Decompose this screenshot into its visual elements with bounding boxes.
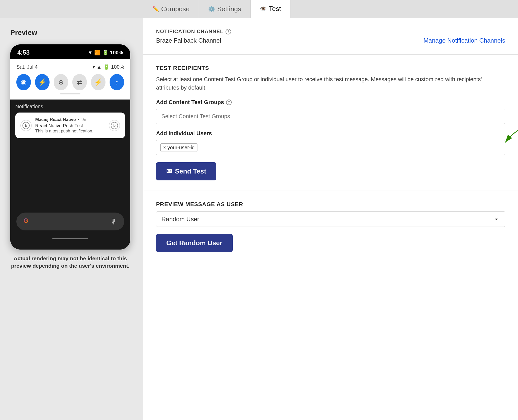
battery-saver-toggle[interactable]: ⚡: [91, 74, 105, 90]
wifi-icon: ▼: [88, 50, 93, 56]
notifications-section: Notifications b Maciej React Native • 9m: [10, 100, 130, 142]
manage-notification-channels-link[interactable]: Manage Notification Channels: [423, 37, 505, 44]
dnd-icon: ⊖: [58, 78, 64, 86]
preview-user-select[interactable]: Random User Specific User: [156, 211, 505, 227]
tab-settings[interactable]: ⚙️ Settings: [199, 0, 251, 18]
tab-test-label: Test: [269, 5, 281, 13]
eye-icon: 👁️: [260, 6, 267, 12]
tab-settings-label: Settings: [217, 5, 241, 13]
google-mic-icon: 🎙: [110, 217, 117, 226]
test-recipients-description: Select at least one Content Test Group o…: [156, 75, 505, 92]
google-logo: G: [23, 217, 32, 226]
qs-divider: [60, 93, 80, 94]
data-icon: ↕: [115, 78, 119, 86]
preview-user-title: PREVIEW MESSAGE AS USER: [156, 201, 505, 208]
notif-dot: •: [78, 117, 79, 122]
notif-title: React Native Push Test: [35, 123, 105, 129]
phone-status-icons-qs: ▾ ▲ 🔋 100%: [92, 64, 124, 70]
notif-time: 9m: [81, 117, 88, 122]
content-test-groups-help-icon[interactable]: ?: [226, 100, 232, 105]
phone-time: 4:53: [17, 49, 30, 56]
right-panel: NOTIFICATION CHANNEL ? Braze Fallback Ch…: [143, 18, 518, 420]
preview-user-section: PREVIEW MESSAGE AS USER Random User Spec…: [143, 191, 518, 262]
tab-test[interactable]: 👁️ Test: [251, 0, 290, 18]
signal-icon: 📶: [94, 50, 101, 56]
quick-settings-icons: ◉ ⚡ ⊖ ⇄ ⚡ ↕: [16, 74, 124, 90]
phone-mockup: 4:53 ▼ 📶 🔋 100% Sat, Jul 4 ▾ ▲ 🔋 100%: [10, 44, 130, 250]
individual-users-wrapper: × your-user-id: [156, 140, 505, 155]
bluetooth-icon: ⚡: [38, 78, 46, 86]
wifi-toggle[interactable]: ◉: [16, 74, 31, 90]
signal-qs-icon: ▲: [97, 64, 102, 70]
rotation-toggle[interactable]: ⇄: [72, 74, 87, 90]
tab-compose[interactable]: ✏️ Compose: [143, 0, 199, 18]
notif-content: Maciej React Native • 9m React Native Pu…: [35, 117, 105, 134]
tag-value: your-user-id: [168, 145, 195, 151]
data-toggle[interactable]: ↕: [110, 74, 124, 90]
status-icons: ▼ 📶 🔋 100%: [88, 50, 123, 56]
notification-channel-section: NOTIFICATION CHANNEL ? Braze Fallback Ch…: [143, 18, 518, 55]
notif-app-name: Maciej React Native: [35, 117, 76, 122]
content-test-groups-input[interactable]: [156, 109, 505, 124]
notif-body: This is a test push notification.: [35, 129, 105, 134]
settings-icon: ⚙️: [208, 6, 215, 13]
notification-channel-label: NOTIFICATION CHANNEL ?: [156, 29, 505, 34]
tab-compose-label: Compose: [161, 5, 190, 13]
battery-saver-icon: ⚡: [94, 78, 102, 86]
notifications-label: Notifications: [15, 104, 125, 109]
send-test-label: Send Test: [175, 167, 206, 175]
dnd-toggle[interactable]: ⊖: [54, 74, 68, 90]
wifi-qs-icon: ▾: [92, 64, 95, 70]
get-random-user-button[interactable]: Get Random User: [156, 234, 233, 252]
svg-text:b: b: [25, 123, 27, 128]
bluetooth-toggle[interactable]: ⚡: [35, 74, 50, 90]
preview-panel: Preview 4:53 ▼ 📶 🔋 100% Sat, Jul 4 ▾: [0, 18, 143, 420]
user-id-tag[interactable]: × your-user-id: [160, 143, 197, 152]
notif-header: Maciej React Native • 9m: [35, 117, 105, 122]
send-test-button[interactable]: ✉ Send Test: [156, 162, 216, 180]
phone-bottom: G 🎙: [10, 142, 130, 250]
preview-title: Preview: [10, 29, 37, 37]
preview-caption: Actual rendering may not be identical to…: [10, 255, 130, 270]
tag-remove-icon[interactable]: ×: [163, 145, 166, 150]
get-random-user-label: Get Random User: [166, 239, 222, 247]
test-recipients-section: TEST RECIPIENTS Select at least one Cont…: [143, 55, 518, 191]
rotation-icon: ⇄: [77, 78, 83, 86]
channel-row: Braze Fallback Channel Manage Notificati…: [156, 37, 505, 44]
battery-icon: 🔋: [102, 50, 109, 56]
quick-settings-date: Sat, Jul 4 ▾ ▲ 🔋 100%: [16, 64, 124, 70]
notification-card: b Maciej React Native • 9m React Native …: [15, 113, 125, 138]
test-recipients-title: TEST RECIPIENTS: [156, 65, 505, 71]
channel-value: Braze Fallback Channel: [156, 37, 221, 44]
compose-icon: ✏️: [152, 6, 159, 13]
battery-percent: 100%: [110, 50, 123, 56]
home-indicator: [52, 238, 88, 239]
main-layout: Preview 4:53 ▼ 📶 🔋 100% Sat, Jul 4 ▾: [0, 18, 518, 420]
phone-date: Sat, Jul 4: [16, 64, 38, 70]
google-search-bar[interactable]: G 🎙: [16, 213, 124, 230]
individual-users-input[interactable]: × your-user-id: [156, 140, 505, 155]
wifi-toggle-icon: ◉: [21, 78, 27, 86]
notif-braze-icon: b: [109, 120, 120, 131]
svg-text:b: b: [113, 123, 116, 128]
tab-bar: ✏️ Compose ⚙️ Settings 👁️ Test: [0, 0, 518, 18]
app-icon: b: [20, 120, 32, 131]
send-icon: ✉: [166, 167, 172, 175]
content-test-groups-label: Add Content Test Groups ?: [156, 99, 505, 106]
notification-channel-help-icon[interactable]: ?: [226, 29, 231, 34]
quick-settings: Sat, Jul 4 ▾ ▲ 🔋 100% ◉ ⚡: [10, 59, 130, 100]
individual-users-label: Add Individual Users: [156, 130, 505, 137]
phone-status-bar: 4:53 ▼ 📶 🔋 100%: [10, 44, 130, 59]
battery-qs-percent: 100%: [111, 64, 124, 70]
battery-qs-icon: 🔋: [103, 64, 110, 70]
